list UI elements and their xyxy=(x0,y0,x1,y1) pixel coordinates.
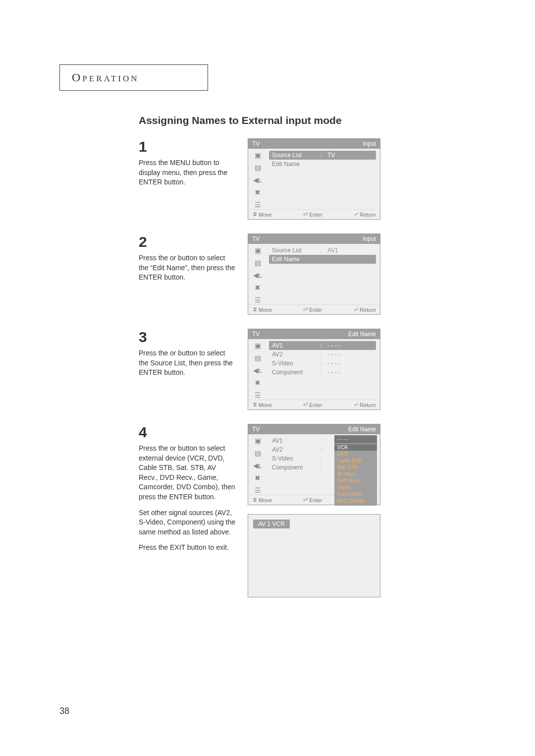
osd-header-left: TV xyxy=(252,235,272,242)
sliders-icon: ☰ xyxy=(252,295,263,304)
tv-icon: ▣ xyxy=(252,341,263,350)
result-pill: AV 1 VCR xyxy=(253,520,290,528)
osd-row: S-Video : - - - - xyxy=(269,359,376,368)
return-icon: ⤶ xyxy=(353,306,358,313)
manual-page: Operation Assigning Names to External in… xyxy=(59,64,476,611)
osd-row: Edit Name xyxy=(269,255,376,264)
picture-icon: ▤ xyxy=(252,163,263,172)
osd-screen-4: TV Edit Name ▣ ▤ ◀ʟ ✖ ☰ AV1 : xyxy=(248,424,380,505)
enter-icon: ⏎ xyxy=(303,211,307,218)
page-number: 38 xyxy=(59,706,69,716)
tv-icon: ▣ xyxy=(252,436,263,445)
osd-screen-5: AV 1 VCR xyxy=(248,514,380,597)
osd-screen-3: TV Edit Name ▣ ▤ ◀ʟ ✖ ☰ AV1 : - - - - xyxy=(248,329,380,410)
osd-footer: ⇅Move ⏎Enter ⤶Return xyxy=(248,209,380,219)
osd-header-left: TV xyxy=(252,426,272,433)
osd-header-right: Edit Name xyxy=(272,331,376,338)
return-icon: ⤶ xyxy=(353,211,358,218)
sound-icon: ◀ʟ xyxy=(252,366,263,375)
updown-icon: ⇅ xyxy=(252,402,257,408)
step-instruction: Press the or button to select external d… xyxy=(139,444,236,553)
device-popup: - - - - VCR DVD Cable STB Sat. STB AV Re… xyxy=(334,435,377,506)
osd-row: Source List : TV xyxy=(269,151,376,160)
osd-screen-2: TV Input ▣ ▤ ◀ʟ ✖ ☰ Source List : AV1 xyxy=(248,233,380,315)
sliders-icon: ☰ xyxy=(252,486,263,495)
sliders-icon: ☰ xyxy=(252,200,263,209)
setup-icon: ✖ xyxy=(252,378,263,387)
osd-footer: ⇅Move ⏎Enter ⤶Return xyxy=(248,304,380,314)
enter-icon: ⏎ xyxy=(303,402,307,408)
osd-footer: ⇅Move ⏎Enter ⤶Return xyxy=(248,400,380,409)
step-2: 2 Press the or button to select the “Edi… xyxy=(139,233,476,315)
osd-row: AV1 : - - - - xyxy=(269,341,376,350)
osd-sidebar-icons: ▣ ▤ ◀ʟ ✖ ☰ xyxy=(248,149,267,209)
updown-icon: ⇅ xyxy=(252,497,257,503)
picture-icon: ▤ xyxy=(252,258,263,267)
tv-icon: ▣ xyxy=(252,246,263,255)
sound-icon: ◀ʟ xyxy=(252,175,263,184)
return-icon: ⤶ xyxy=(353,402,358,408)
setup-icon: ✖ xyxy=(252,283,263,292)
updown-icon: ⇅ xyxy=(252,211,257,218)
setup-icon: ✖ xyxy=(252,473,263,482)
sound-icon: ◀ʟ xyxy=(252,271,263,280)
section-title: Assigning Names to External input mode xyxy=(139,115,476,126)
osd-header-right: Input xyxy=(272,235,376,242)
section-tab-label: Operation xyxy=(72,71,139,84)
osd-header-left: TV xyxy=(252,331,272,338)
step-instruction: Press the or button to select the “Edit … xyxy=(139,253,236,283)
osd-row: Source List : AV1 xyxy=(269,246,376,255)
osd-row: Component : - - - - xyxy=(269,368,376,377)
osd-header-right: Edit Name xyxy=(272,426,376,433)
enter-icon: ⏎ xyxy=(303,497,307,503)
step-instruction: Press the MENU button to display menu, t… xyxy=(139,158,236,187)
enter-icon: ⏎ xyxy=(303,306,307,313)
osd-sidebar-icons: ▣ ▤ ◀ʟ ✖ ☰ xyxy=(248,434,267,495)
osd-sidebar-icons: ▣ ▤ ◀ʟ ✖ ☰ xyxy=(248,339,267,400)
step-3: 3 Press the or button to select the Sour… xyxy=(139,329,476,410)
step-4: 4 Press the or button to select external… xyxy=(139,424,476,597)
step-number: 1 xyxy=(139,138,236,155)
osd-row: AV2 : - - - - xyxy=(269,350,376,359)
section-tab: Operation xyxy=(59,64,208,91)
sliders-icon: ☰ xyxy=(252,391,263,400)
sound-icon: ◀ʟ xyxy=(252,461,263,470)
osd-header-left: TV xyxy=(252,140,272,147)
tv-icon: ▣ xyxy=(252,151,263,160)
osd-row: Edit Name xyxy=(269,160,376,169)
osd-header-right: Input xyxy=(272,140,376,147)
picture-icon: ▤ xyxy=(252,353,263,362)
step-1: 1 Press the MENU button to display menu,… xyxy=(139,138,476,220)
updown-icon: ⇅ xyxy=(252,306,257,313)
setup-icon: ✖ xyxy=(252,188,263,197)
step-instruction: Press the or button to select the Source… xyxy=(139,349,236,378)
step-number: 2 xyxy=(139,233,236,250)
step-number: 4 xyxy=(139,424,236,441)
osd-sidebar-icons: ▣ ▤ ◀ʟ ✖ ☰ xyxy=(248,244,267,304)
picture-icon: ▤ xyxy=(252,449,263,458)
step-number: 3 xyxy=(139,329,236,346)
osd-screen-1: TV Input ▣ ▤ ◀ʟ ✖ ☰ Source List : TV xyxy=(248,138,380,220)
